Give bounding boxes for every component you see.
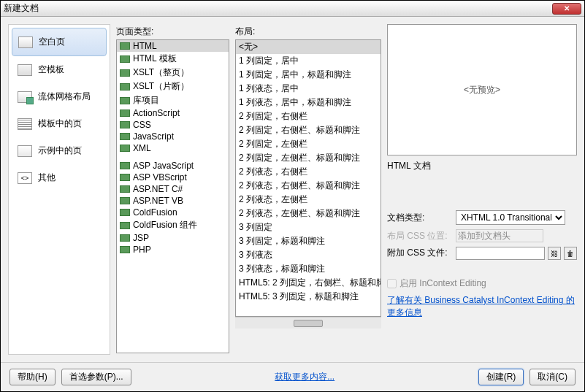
nav-page-from-template[interactable]: 模板中的页 — [12, 110, 107, 137]
layout-list[interactable]: <无>1 列固定，居中1 列固定，居中，标题和脚注1 列液态，居中1 列液态，居… — [235, 39, 381, 317]
layout-item[interactable]: 2 列液态，左侧栏 — [236, 193, 381, 207]
page-type-label: CSS — [133, 120, 151, 130]
nav-item-label: 流体网格布局 — [38, 91, 91, 103]
horizontal-scrollbar[interactable] — [235, 317, 381, 328]
layout-header: 布局: — [235, 24, 381, 39]
layout-item[interactable]: HTML5: 2 列固定，右侧栏、标题和脚 — [236, 276, 381, 290]
layout-item[interactable]: 3 列液态，标题和脚注 — [236, 262, 381, 276]
remove-css-button[interactable]: 🗑 — [564, 247, 577, 260]
doctype-row: 文档类型: XHTML 1.0 Transitional — [387, 210, 577, 225]
scroll-thumb[interactable] — [294, 320, 323, 327]
layout-label: 2 列固定，左侧栏 — [239, 138, 307, 150]
page-type-item[interactable]: XSLT（片断） — [117, 80, 229, 93]
attach-css-input[interactable] — [456, 247, 545, 260]
file-type-icon — [120, 209, 130, 216]
page-type-item[interactable]: ColdFusion — [117, 207, 229, 218]
layout-label: 2 列液态，左侧栏、标题和脚注 — [239, 207, 360, 220]
page-type-label: HTML 模板 — [133, 53, 177, 65]
page-type-label: 库项目 — [133, 94, 159, 107]
page-type-label: ASP.NET VB — [133, 196, 183, 206]
cancel-button[interactable]: 取消(C) — [529, 369, 576, 385]
layout-label: 1 列固定，居中 — [239, 55, 299, 67]
page-type-label: HTML — [133, 41, 157, 51]
close-icon: ✕ — [564, 4, 570, 12]
file-type-icon — [120, 222, 130, 229]
nav-page-from-sample[interactable]: 示例中的页 — [12, 137, 107, 164]
incontext-label: 启用 InContext Editing — [399, 277, 486, 290]
other-icon: <> — [18, 172, 32, 184]
layout-item[interactable]: 1 列液态，居中 — [236, 82, 381, 96]
blank-page-icon — [18, 36, 33, 48]
layout-item[interactable]: 1 列固定，居中 — [236, 54, 381, 68]
preferences-button[interactable]: 首选参数(P)... — [61, 369, 131, 385]
layout-item[interactable]: HTML5: 3 列固定，标题和脚注 — [236, 290, 381, 304]
incontext-checkbox — [387, 279, 397, 288]
css-location-input — [456, 229, 543, 242]
preview-description: HTML 文档 — [387, 160, 577, 172]
page-type-label: XSLT（整页） — [133, 66, 189, 79]
page-type-item[interactable]: ASP.NET C# — [117, 183, 229, 195]
file-type-icon — [120, 97, 130, 104]
page-type-item[interactable]: ColdFusion 组件 — [117, 218, 229, 232]
layout-label: 2 列液态，右侧栏 — [239, 166, 307, 178]
page-type-item[interactable]: XSLT（整页） — [117, 66, 229, 80]
page-type-label: PHP — [133, 245, 151, 255]
attach-css-row: 附加 CSS 文件: ⛓ 🗑 — [387, 247, 577, 260]
nav-item-label: 示例中的页 — [38, 145, 82, 157]
create-button[interactable]: 创建(R) — [478, 369, 524, 385]
layout-label: 2 列固定，左侧栏、标题和脚注 — [239, 152, 360, 164]
page-type-item[interactable]: CSS — [117, 119, 229, 131]
layout-label: HTML5: 3 列固定，标题和脚注 — [239, 291, 359, 303]
layout-item[interactable]: 2 列固定，左侧栏 — [236, 137, 381, 151]
nav-blank-page[interactable]: 空白页 — [12, 28, 107, 56]
page-type-item[interactable]: PHP — [117, 244, 229, 255]
page-type-item[interactable]: ASP JavaScript — [117, 160, 229, 172]
page-type-item[interactable]: JSP — [117, 232, 229, 244]
page-type-column: 页面类型: HTMLHTML 模板XSLT（整页）XSLT（片断）库项目Acti… — [116, 24, 229, 355]
link-css-button[interactable]: ⛓ — [548, 247, 561, 260]
layout-item[interactable]: 2 列固定，右侧栏、标题和脚注 — [236, 123, 381, 137]
page-type-label: ASP VBScript — [133, 172, 187, 182]
page-template-icon — [18, 118, 32, 130]
page-type-list[interactable]: HTMLHTML 模板XSLT（整页）XSLT（片断）库项目ActionScri… — [116, 39, 229, 353]
layout-label: 3 列液态，标题和脚注 — [239, 263, 325, 275]
file-type-icon — [120, 109, 130, 117]
layout-label: <无> — [239, 41, 258, 53]
layout-item[interactable]: 2 列固定，左侧栏、标题和脚注 — [236, 151, 381, 165]
nav-other[interactable]: <> 其他 — [12, 164, 107, 191]
page-type-item[interactable]: JavaScript — [117, 131, 229, 142]
page-type-label: XSLT（片断） — [133, 80, 189, 93]
page-type-item[interactable]: ASP VBScript — [117, 172, 229, 183]
layout-item[interactable]: 1 列液态，居中，标题和脚注 — [236, 96, 381, 109]
layout-item[interactable]: 2 列固定，右侧栏 — [236, 109, 381, 123]
css-location-row: 布局 CSS 位置: — [387, 229, 577, 242]
page-type-item[interactable]: HTML 模板 — [117, 52, 229, 66]
page-type-item[interactable]: XML — [117, 142, 229, 154]
page-type-item[interactable]: HTML — [117, 40, 229, 52]
layout-item[interactable]: 2 列液态，左侧栏、标题和脚注 — [236, 207, 381, 220]
layout-item[interactable]: 3 列固定，标题和脚注 — [236, 234, 381, 248]
help-button[interactable]: 帮助(H) — [9, 369, 56, 385]
close-button[interactable]: ✕ — [552, 3, 581, 15]
file-type-icon — [120, 162, 130, 169]
link-icon: ⛓ — [551, 250, 558, 258]
layout-item[interactable]: 1 列固定，居中，标题和脚注 — [236, 68, 381, 82]
page-type-item[interactable]: ASP.NET VB — [117, 195, 229, 207]
layout-item[interactable]: 3 列固定 — [236, 220, 381, 234]
page-type-label: ASP JavaScript — [133, 161, 194, 171]
file-type-icon — [120, 174, 130, 181]
get-more-link[interactable]: 获取更多内容... — [275, 372, 334, 382]
preview-box: <无预览> — [387, 24, 577, 155]
file-type-icon — [120, 234, 130, 242]
page-type-item[interactable]: 库项目 — [117, 93, 229, 107]
doctype-select[interactable]: XHTML 1.0 Transitional — [456, 210, 565, 225]
layout-item[interactable]: 3 列液态 — [236, 248, 381, 262]
page-type-item[interactable]: ActionScript — [117, 107, 229, 119]
trash-icon: 🗑 — [567, 250, 574, 258]
layout-item[interactable]: <无> — [236, 40, 381, 54]
layout-item[interactable]: 2 列液态，右侧栏、标题和脚注 — [236, 179, 381, 193]
incontext-link[interactable]: 了解有关 Business Catalyst InContext Editing… — [387, 294, 577, 319]
layout-item[interactable]: 2 列液态，右侧栏 — [236, 165, 381, 179]
nav-fluid-grid[interactable]: 流体网格布局 — [12, 83, 107, 110]
nav-blank-template[interactable]: 空模板 — [12, 56, 107, 83]
